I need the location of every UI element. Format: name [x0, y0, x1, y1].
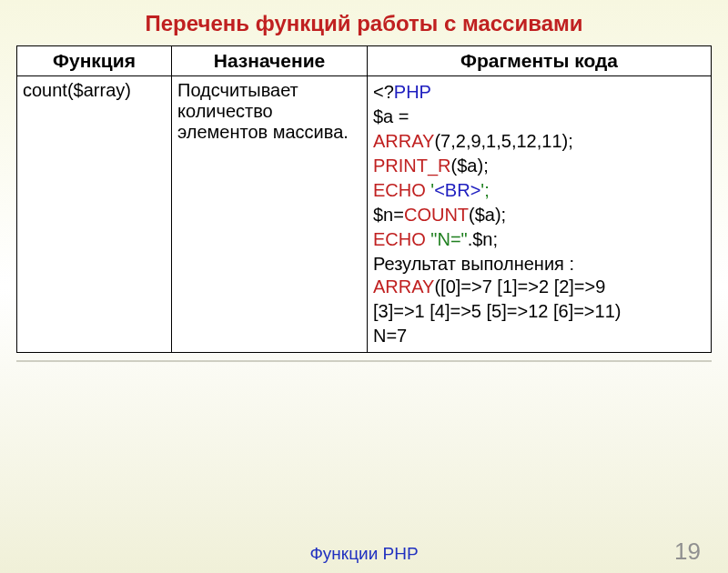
header-purpose: Назначение — [172, 46, 368, 76]
page-number: 19 — [674, 538, 701, 566]
code-span: ECHO — [373, 180, 426, 200]
cell-purpose: Подсчитывает количество элементов массив… — [172, 76, 368, 353]
footer: Функции PHP 19 — [0, 544, 728, 564]
result-label: Результат выполнения : — [373, 254, 705, 275]
code-span: ECHO — [373, 229, 426, 249]
result-span: ARRAY — [373, 276, 434, 297]
code-span: "N=" — [426, 229, 468, 249]
code-span: PHP — [394, 82, 431, 102]
table-header-row: Функция Назначение Фрагменты кода — [17, 46, 712, 76]
footer-label: Функции PHP — [309, 544, 418, 564]
code-span: COUNT — [404, 205, 469, 225]
result-span: [3]=>1 [4]=>5 [5]=>12 [6]=>11) — [373, 301, 621, 321]
header-code: Фрагменты кода — [368, 46, 712, 76]
code-span: ($a); — [469, 205, 506, 225]
code-span: $n= — [373, 205, 404, 225]
cell-func: count($array) — [17, 76, 172, 353]
code-span: ARRAY — [373, 131, 434, 151]
code-span: .$n; — [468, 229, 498, 249]
functions-table: Функция Назначение Фрагменты кода count(… — [16, 45, 712, 353]
code-span: $a = — [373, 106, 409, 126]
code-span: '; — [480, 180, 489, 200]
header-func: Функция — [17, 46, 172, 76]
code-span: PRINT_R — [373, 156, 451, 176]
code-span: <? — [373, 82, 394, 102]
result-span: ([0]=>7 [1]=>2 [2]=>9 — [434, 276, 605, 297]
table-row: count($array) Подсчитывает количество эл… — [17, 76, 712, 353]
code-span: <BR> — [434, 180, 480, 200]
code-span: (7,2,9,1,5,12,11); — [434, 131, 572, 151]
code-span: ($a); — [451, 156, 489, 176]
slide-title: Перечень функций работы с массивами — [16, 11, 712, 36]
code-span: ' — [426, 180, 434, 200]
cell-code: <?PHP $a = ARRAY(7,2,9,1,5,12,11); PRINT… — [368, 76, 712, 353]
result-span: N=7 — [373, 326, 407, 346]
divider — [16, 360, 712, 362]
